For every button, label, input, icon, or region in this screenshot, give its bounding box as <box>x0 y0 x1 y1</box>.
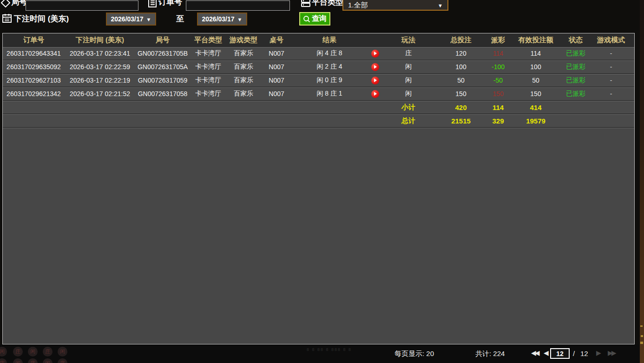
valid-bet-cell: 50 <box>508 77 564 84</box>
valid-bet-cell: 100 <box>508 63 564 71</box>
result-cell: 闲 4 庄 8 <box>292 49 367 58</box>
round-cell: GN00726317059 <box>135 77 190 84</box>
platform-cell: 卡卡湾厅 <box>190 76 226 84</box>
col-header-bet: 总投注 <box>434 36 488 45</box>
table-row: 260317029621342 2026-03-17 02:21:52 GN00… <box>3 87 634 101</box>
col-header-game: 游戏类型 <box>226 36 261 45</box>
col-header-valid: 有效投注额 <box>508 36 564 45</box>
date-from-value: 2026/03/17 <box>111 15 144 23</box>
round-cell: GN00726317058 <box>135 90 190 97</box>
search-button-label: 查询 <box>312 14 327 24</box>
prev-page-button[interactable] <box>544 349 549 357</box>
game-cell: 百家乐 <box>226 90 261 98</box>
subtotal-row: 小计 420 114 414 <box>3 101 634 114</box>
total-label: 总计 <box>383 117 434 125</box>
subtotal-payout: 114 <box>488 104 508 111</box>
mode-cell: - <box>588 63 634 71</box>
mode-cell: - <box>588 77 634 84</box>
first-page-button[interactable] <box>531 349 539 357</box>
play-type-cell: 闲 <box>383 63 434 71</box>
search-icon <box>303 15 310 23</box>
background-game-edge <box>640 0 644 363</box>
table-no-cell: N007 <box>261 90 292 97</box>
replay-play-icon[interactable] <box>371 77 379 84</box>
subtotal-bet: 420 <box>434 104 488 111</box>
replay-play-icon[interactable] <box>371 63 379 71</box>
order-number-input[interactable] <box>186 0 290 11</box>
play-type-cell: 庄 <box>383 49 434 58</box>
total-pages-label: 12 <box>580 350 588 357</box>
next-page-button[interactable] <box>596 349 601 357</box>
table-row: 260317029635092 2026-03-17 02:22:59 GN00… <box>3 60 634 74</box>
bet-cell: 50 <box>434 77 488 84</box>
time-cell: 2026-03-17 02:22:59 <box>65 63 135 71</box>
diamond-icon <box>1 0 10 7</box>
subtotal-valid: 414 <box>508 104 564 111</box>
mode-cell: - <box>588 50 634 57</box>
round-cell: GN0072631705A <box>135 63 190 71</box>
order-cell: 260317029635092 <box>3 63 65 71</box>
per-page-label: 每页显示: 20 <box>394 350 434 358</box>
game-cell: 百家乐 <box>226 76 261 84</box>
game-cell: 百家乐 <box>226 63 261 71</box>
date-to-picker[interactable]: 2026/03/17 <box>197 13 247 26</box>
bet-cell: 150 <box>434 90 488 97</box>
background-chip: 闲 <box>28 347 38 357</box>
search-button[interactable]: 查询 <box>299 12 330 26</box>
total-bet: 21515 <box>434 117 488 125</box>
table-no-cell: N007 <box>261 50 292 57</box>
platform-cell: 卡卡湾厅 <box>190 90 226 98</box>
replay-play-icon[interactable] <box>371 50 379 58</box>
bet-time-label: 下注时间 (美东) <box>14 13 69 24</box>
mode-cell: - <box>588 90 634 97</box>
date-to-label: 至 <box>176 13 184 24</box>
status-badge: 已派彩 <box>564 63 588 71</box>
platform-stack-icon <box>301 0 310 7</box>
platform-type-label: 平台类型 <box>312 0 343 7</box>
play-type-cell: 闲 <box>383 90 434 98</box>
replay-play-icon[interactable] <box>371 90 379 98</box>
background-chip: 庄 <box>43 347 53 357</box>
round-number-input[interactable] <box>26 0 138 11</box>
table-row: 260317029627103 2026-03-17 02:22:19 GN00… <box>3 74 634 87</box>
order-list-icon <box>148 0 157 7</box>
table-no-cell: N007 <box>261 77 292 84</box>
background-chip: 闲 <box>58 347 67 357</box>
table-header-row: 订单号 下注时间 (美东) 局号 平台类型 游戏类型 桌号 结果 玩法 总投注 … <box>3 33 634 47</box>
col-header-status: 状态 <box>564 36 588 45</box>
time-cell: 2026-03-17 02:23:41 <box>65 50 135 57</box>
valid-bet-cell: 114 <box>508 50 564 57</box>
col-header-mode: 游戏模式 <box>588 36 634 45</box>
date-to-value: 2026/03/17 <box>202 15 235 23</box>
bet-cell: 120 <box>434 50 488 57</box>
col-header-order: 订单号 <box>3 36 65 45</box>
col-header-time: 下注时间 (美东) <box>65 36 135 45</box>
table-no-cell: N007 <box>261 63 292 71</box>
play-type-cell: 闲 <box>383 76 434 84</box>
col-header-play: 玩法 <box>383 36 434 45</box>
background-scoreboard-digits: 8 8 88 8 888 8 8 <box>307 347 352 352</box>
chevron-down-icon <box>146 15 151 23</box>
round-cell: GN0072631705B <box>135 50 190 57</box>
payout-cell: 114 <box>488 50 508 57</box>
page-separator: / <box>573 350 575 357</box>
result-cell: 闲 8 庄 1 <box>292 90 367 98</box>
time-cell: 2026-03-17 02:21:52 <box>65 90 135 97</box>
col-header-platform: 平台类型 <box>190 36 226 45</box>
time-cell: 2026-03-17 02:22:19 <box>65 77 135 84</box>
round-number-label: 局号 <box>11 0 27 7</box>
order-number-label: 订单号 <box>158 0 182 7</box>
platform-cell: 卡卡湾厅 <box>190 49 226 58</box>
platform-type-select[interactable]: 1.全部 <box>342 0 448 11</box>
payout-cell: -50 <box>488 77 508 84</box>
page-number-input[interactable] <box>550 348 570 359</box>
date-from-picker[interactable]: 2026/03/17 <box>106 13 156 26</box>
chevron-down-icon <box>438 1 443 9</box>
chevron-down-icon <box>237 15 243 23</box>
status-badge: 已派彩 <box>564 90 588 98</box>
col-header-result: 结果 <box>292 36 367 45</box>
payout-cell: 150 <box>488 90 508 97</box>
last-page-button[interactable] <box>608 349 615 357</box>
table-row: 260317029643341 2026-03-17 02:23:41 GN00… <box>3 47 634 60</box>
bet-records-table: 订单号 下注时间 (美东) 局号 平台类型 游戏类型 桌号 结果 玩法 总投注 … <box>2 33 635 344</box>
